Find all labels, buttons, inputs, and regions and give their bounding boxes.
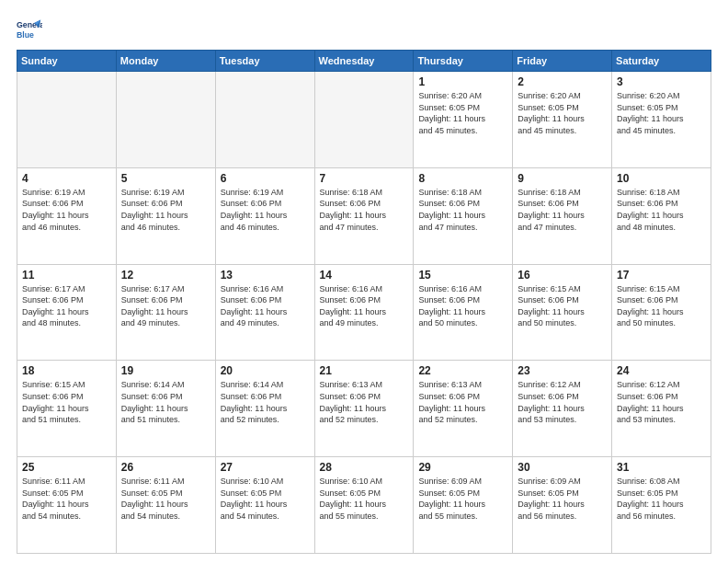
- day-info: Sunrise: 6:19 AM Sunset: 6:06 PM Dayligh…: [22, 187, 111, 233]
- calendar-cell: 22Sunrise: 6:13 AM Sunset: 6:06 PM Dayli…: [414, 361, 513, 457]
- day-number: 21: [320, 364, 409, 377]
- day-info: Sunrise: 6:12 AM Sunset: 6:06 PM Dayligh…: [617, 379, 706, 425]
- day-number: 23: [518, 364, 607, 377]
- calendar-header-wednesday: Wednesday: [314, 51, 414, 72]
- logo: General Blue: [17, 17, 46, 42]
- calendar-cell: 29Sunrise: 6:09 AM Sunset: 6:05 PM Dayli…: [414, 457, 513, 554]
- day-number: 28: [320, 461, 409, 474]
- day-info: Sunrise: 6:15 AM Sunset: 6:06 PM Dayligh…: [518, 283, 607, 329]
- day-info: Sunrise: 6:19 AM Sunset: 6:06 PM Dayligh…: [121, 187, 210, 233]
- calendar-cell: 27Sunrise: 6:10 AM Sunset: 6:05 PM Dayli…: [215, 457, 314, 554]
- calendar-cell: 21Sunrise: 6:13 AM Sunset: 6:06 PM Dayli…: [314, 361, 414, 457]
- day-number: 18: [22, 364, 111, 377]
- day-number: 2: [518, 75, 607, 88]
- day-info: Sunrise: 6:16 AM Sunset: 6:06 PM Dayligh…: [221, 283, 310, 329]
- calendar-cell: 13Sunrise: 6:16 AM Sunset: 6:06 PM Dayli…: [215, 264, 314, 361]
- calendar-cell: [17, 72, 117, 168]
- calendar-header-tuesday: Tuesday: [215, 51, 314, 72]
- day-info: Sunrise: 6:14 AM Sunset: 6:06 PM Dayligh…: [121, 379, 210, 425]
- calendar-cell: 5Sunrise: 6:19 AM Sunset: 6:06 PM Daylig…: [116, 167, 215, 264]
- day-info: Sunrise: 6:15 AM Sunset: 6:06 PM Dayligh…: [22, 379, 111, 425]
- day-number: 12: [121, 269, 210, 282]
- day-number: 1: [418, 75, 507, 88]
- day-info: Sunrise: 6:19 AM Sunset: 6:06 PM Dayligh…: [221, 187, 310, 233]
- day-number: 25: [22, 461, 111, 474]
- calendar-cell: 4Sunrise: 6:19 AM Sunset: 6:06 PM Daylig…: [17, 167, 117, 264]
- day-info: Sunrise: 6:14 AM Sunset: 6:06 PM Dayligh…: [221, 379, 310, 425]
- calendar-cell: 20Sunrise: 6:14 AM Sunset: 6:06 PM Dayli…: [215, 361, 314, 457]
- day-number: 26: [121, 461, 210, 474]
- calendar-cell: 14Sunrise: 6:16 AM Sunset: 6:06 PM Dayli…: [314, 264, 414, 361]
- calendar-cell: 16Sunrise: 6:15 AM Sunset: 6:06 PM Dayli…: [513, 264, 612, 361]
- calendar-cell: 28Sunrise: 6:10 AM Sunset: 6:05 PM Dayli…: [314, 457, 414, 554]
- calendar-header-friday: Friday: [513, 51, 612, 72]
- calendar-cell: 7Sunrise: 6:18 AM Sunset: 6:06 PM Daylig…: [314, 167, 414, 264]
- calendar-header-sunday: Sunday: [17, 51, 117, 72]
- calendar-week-5: 25Sunrise: 6:11 AM Sunset: 6:05 PM Dayli…: [17, 457, 711, 554]
- day-info: Sunrise: 6:18 AM Sunset: 6:06 PM Dayligh…: [617, 187, 706, 233]
- day-number: 15: [418, 269, 507, 282]
- calendar-cell: 3Sunrise: 6:20 AM Sunset: 6:05 PM Daylig…: [612, 72, 711, 168]
- calendar-cell: [314, 72, 414, 168]
- calendar-cell: 25Sunrise: 6:11 AM Sunset: 6:05 PM Dayli…: [17, 457, 117, 554]
- day-info: Sunrise: 6:17 AM Sunset: 6:06 PM Dayligh…: [121, 283, 210, 329]
- calendar-cell: [116, 72, 215, 168]
- day-number: 19: [121, 364, 210, 377]
- day-info: Sunrise: 6:17 AM Sunset: 6:06 PM Dayligh…: [22, 283, 111, 329]
- day-info: Sunrise: 6:18 AM Sunset: 6:06 PM Dayligh…: [518, 187, 607, 233]
- day-number: 16: [518, 269, 607, 282]
- calendar-cell: 12Sunrise: 6:17 AM Sunset: 6:06 PM Dayli…: [116, 264, 215, 361]
- day-info: Sunrise: 6:11 AM Sunset: 6:05 PM Dayligh…: [22, 476, 111, 522]
- calendar-cell: 11Sunrise: 6:17 AM Sunset: 6:06 PM Dayli…: [17, 264, 117, 361]
- calendar-cell: 9Sunrise: 6:18 AM Sunset: 6:06 PM Daylig…: [513, 167, 612, 264]
- calendar-week-4: 18Sunrise: 6:15 AM Sunset: 6:06 PM Dayli…: [17, 361, 711, 457]
- calendar-cell: 18Sunrise: 6:15 AM Sunset: 6:06 PM Dayli…: [17, 361, 117, 457]
- calendar-cell: 8Sunrise: 6:18 AM Sunset: 6:06 PM Daylig…: [414, 167, 513, 264]
- day-number: 22: [418, 364, 507, 377]
- calendar-cell: 1Sunrise: 6:20 AM Sunset: 6:05 PM Daylig…: [414, 72, 513, 168]
- day-number: 9: [518, 172, 607, 185]
- day-number: 7: [320, 172, 409, 185]
- calendar-week-1: 1Sunrise: 6:20 AM Sunset: 6:05 PM Daylig…: [17, 72, 711, 168]
- day-number: 14: [320, 269, 409, 282]
- day-info: Sunrise: 6:10 AM Sunset: 6:05 PM Dayligh…: [221, 476, 310, 522]
- day-info: Sunrise: 6:08 AM Sunset: 6:05 PM Dayligh…: [617, 476, 706, 522]
- day-number: 11: [22, 269, 111, 282]
- calendar-cell: 31Sunrise: 6:08 AM Sunset: 6:05 PM Dayli…: [612, 457, 711, 554]
- logo-icon: General Blue: [17, 17, 42, 42]
- calendar-header-monday: Monday: [116, 51, 215, 72]
- day-number: 30: [518, 461, 607, 474]
- calendar-cell: 6Sunrise: 6:19 AM Sunset: 6:06 PM Daylig…: [215, 167, 314, 264]
- calendar-cell: 2Sunrise: 6:20 AM Sunset: 6:05 PM Daylig…: [513, 72, 612, 168]
- calendar-cell: 10Sunrise: 6:18 AM Sunset: 6:06 PM Dayli…: [612, 167, 711, 264]
- calendar-cell: 15Sunrise: 6:16 AM Sunset: 6:06 PM Dayli…: [414, 264, 513, 361]
- day-number: 3: [617, 75, 706, 88]
- calendar-cell: 24Sunrise: 6:12 AM Sunset: 6:06 PM Dayli…: [612, 361, 711, 457]
- day-number: 10: [617, 172, 706, 185]
- calendar-cell: 19Sunrise: 6:14 AM Sunset: 6:06 PM Dayli…: [116, 361, 215, 457]
- day-number: 20: [221, 364, 310, 377]
- day-info: Sunrise: 6:09 AM Sunset: 6:05 PM Dayligh…: [518, 476, 607, 522]
- day-info: Sunrise: 6:15 AM Sunset: 6:06 PM Dayligh…: [617, 283, 706, 329]
- day-info: Sunrise: 6:16 AM Sunset: 6:06 PM Dayligh…: [418, 283, 507, 329]
- day-number: 31: [617, 461, 706, 474]
- day-number: 8: [418, 172, 507, 185]
- calendar-cell: 30Sunrise: 6:09 AM Sunset: 6:05 PM Dayli…: [513, 457, 612, 554]
- page: General Blue SundayMondayTuesdayWednesda…: [0, 0, 728, 563]
- svg-text:Blue: Blue: [17, 30, 34, 40]
- day-number: 17: [617, 269, 706, 282]
- calendar-header-row: SundayMondayTuesdayWednesdayThursdayFrid…: [17, 51, 711, 72]
- day-info: Sunrise: 6:20 AM Sunset: 6:05 PM Dayligh…: [418, 90, 507, 136]
- day-number: 6: [221, 172, 310, 185]
- day-number: 4: [22, 172, 111, 185]
- day-number: 13: [221, 269, 310, 282]
- day-info: Sunrise: 6:09 AM Sunset: 6:05 PM Dayligh…: [418, 476, 507, 522]
- day-info: Sunrise: 6:11 AM Sunset: 6:05 PM Dayligh…: [121, 476, 210, 522]
- day-number: 27: [221, 461, 310, 474]
- day-info: Sunrise: 6:18 AM Sunset: 6:06 PM Dayligh…: [320, 187, 409, 233]
- day-info: Sunrise: 6:13 AM Sunset: 6:06 PM Dayligh…: [418, 379, 507, 425]
- calendar-week-3: 11Sunrise: 6:17 AM Sunset: 6:06 PM Dayli…: [17, 264, 711, 361]
- day-info: Sunrise: 6:12 AM Sunset: 6:06 PM Dayligh…: [518, 379, 607, 425]
- calendar-cell: 26Sunrise: 6:11 AM Sunset: 6:05 PM Dayli…: [116, 457, 215, 554]
- day-info: Sunrise: 6:13 AM Sunset: 6:06 PM Dayligh…: [320, 379, 409, 425]
